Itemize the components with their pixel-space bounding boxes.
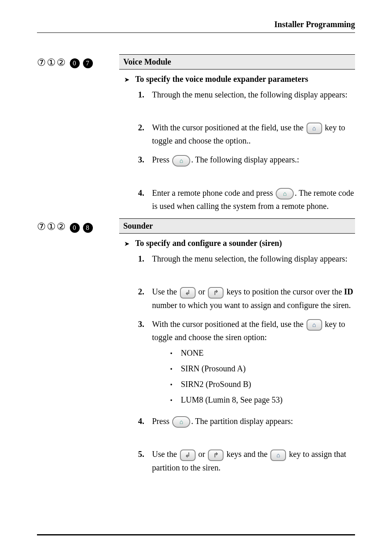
bullet-item: •SIRN2 (ProSound B) <box>170 378 355 391</box>
section-content: Voice Module➤To specify the voice module… <box>119 54 355 218</box>
section-row: ⑦①② 0 7Voice Module➤To specify the voice… <box>37 54 355 218</box>
step-text: Enter a remote phone code and press . Th… <box>152 186 355 213</box>
bullet-text: SIRN (Prosound A) <box>181 362 246 375</box>
procedure-heading-text: To specify and configure a sounder (sire… <box>135 239 282 248</box>
step-list: 1.Through the menu selection, the follow… <box>122 88 355 213</box>
step-item: 2.With the cursor positioned at the fiel… <box>138 121 355 147</box>
arrow-marker-icon: ➤ <box>124 240 129 248</box>
step-item: 1.Through the menu selection, the follow… <box>138 88 355 101</box>
step-item: 2.Use the or keys to position the cursor… <box>138 285 355 311</box>
step-item: 1.Through the menu selection, the follow… <box>138 252 355 265</box>
step-number: 1. <box>138 88 152 101</box>
circled-digits-open: ⑦①② <box>37 57 67 68</box>
page-header-title: Installer Programming <box>274 20 355 29</box>
circled-digit-filled: 8 <box>83 223 93 233</box>
step-item: 3.Press . The following display appears.… <box>138 153 355 166</box>
step-item: 4.Press . The partition display appears: <box>138 415 355 428</box>
step-text: Use the or keys and the key to assign th… <box>152 447 355 474</box>
bullet-list: •NONE•SIRN (Prosound A)•SIRN2 (ProSound … <box>152 346 355 406</box>
step-text: Press . The following display appears.: <box>152 153 355 166</box>
step-text: With the cursor positioned at the field,… <box>152 121 355 147</box>
step-number: 3. <box>138 153 152 166</box>
section-number-col: ⑦①② 0 7 <box>37 54 119 218</box>
enter-key-icon <box>276 188 294 199</box>
procedure-heading-text: To specify the voice module expander par… <box>135 74 308 84</box>
section-body: ➤To specify the voice module expander pa… <box>119 74 355 213</box>
up-arrow-key-icon <box>208 287 224 299</box>
house-key-icon <box>307 319 322 331</box>
step-text: Through the menu selection, the followin… <box>152 252 355 265</box>
footer-rule <box>37 534 355 535</box>
down-arrow-key-icon <box>180 287 196 299</box>
step-item: 5.Use the or keys and the key to assign … <box>138 447 355 474</box>
step-text: Through the menu selection, the followin… <box>152 88 355 101</box>
bullet-text: LUM8 (Lumin 8, See page 53) <box>181 393 283 406</box>
step-item: 3.With the cursor positioned at the fiel… <box>138 317 355 409</box>
step-number: 5. <box>138 447 152 474</box>
step-number: 3. <box>138 317 152 409</box>
display-placeholder <box>138 172 355 186</box>
step-number: 4. <box>138 415 152 428</box>
circled-digit-filled: 7 <box>83 58 93 68</box>
step-number: 2. <box>138 121 152 147</box>
down-arrow-key-icon <box>180 449 196 461</box>
step-number: 4. <box>138 186 152 213</box>
section-body: ➤To specify and configure a sounder (sir… <box>119 239 355 474</box>
section-number-col: ⑦①② 0 8 <box>37 218 119 480</box>
bullet-dot-icon: • <box>170 364 181 375</box>
display-placeholder <box>138 433 355 447</box>
step-text: With the cursor positioned at the field,… <box>152 317 355 409</box>
arrow-marker-icon: ➤ <box>124 76 129 83</box>
house-key-icon <box>307 123 322 134</box>
step-text: Press . The partition display appears: <box>152 415 355 428</box>
procedure-heading: ➤To specify and configure a sounder (sir… <box>122 239 355 248</box>
enter-key-icon <box>172 155 190 167</box>
step-text: Use the or keys to position the cursor o… <box>152 285 355 311</box>
bullet-dot-icon: • <box>170 380 181 390</box>
procedure-heading: ➤To specify the voice module expander pa… <box>122 74 355 84</box>
bullet-text: SIRN2 (ProSound B) <box>181 378 251 391</box>
step-list: 1.Through the menu selection, the follow… <box>122 252 355 474</box>
section-row: ⑦①② 0 8Sounder➤To specify and configure … <box>37 218 355 480</box>
display-placeholder <box>138 271 355 285</box>
step-number: 1. <box>138 252 152 265</box>
section-title: Voice Module <box>119 54 355 70</box>
circled-digit-filled: 0 <box>70 223 80 233</box>
step-item: 4.Enter a remote phone code and press . … <box>138 186 355 213</box>
bullet-item: •SIRN (Prosound A) <box>170 362 355 375</box>
circled-digits-open: ⑦①② <box>37 221 67 232</box>
up-arrow-key-icon <box>208 449 224 461</box>
circled-digit-filled: 0 <box>70 58 80 68</box>
display-placeholder <box>138 107 355 121</box>
house-key-icon <box>270 449 286 461</box>
section-number-sequence: ⑦①② 0 8 <box>37 221 93 232</box>
enter-key-icon <box>172 416 190 428</box>
section-content: Sounder➤To specify and configure a sound… <box>119 218 355 480</box>
page-header: Installer Programming <box>37 20 355 33</box>
section-title: Sounder <box>119 218 355 234</box>
section-number-sequence: ⑦①② 0 7 <box>37 57 93 68</box>
bold-term: ID <box>344 287 353 296</box>
bullet-dot-icon: • <box>170 348 181 359</box>
bullet-item: •LUM8 (Lumin 8, See page 53) <box>170 393 355 406</box>
step-number: 2. <box>138 285 152 311</box>
bullet-dot-icon: • <box>170 395 181 406</box>
bullet-item: •NONE <box>170 346 355 359</box>
bullet-text: NONE <box>181 346 204 359</box>
